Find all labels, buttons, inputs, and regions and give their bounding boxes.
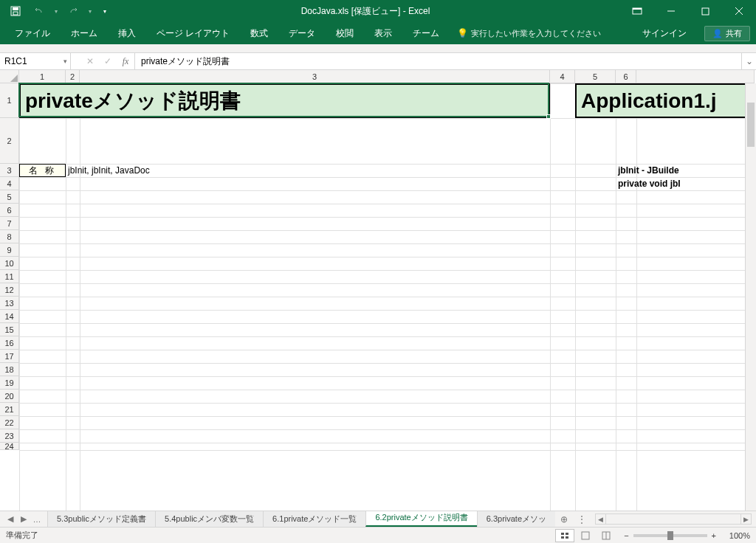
tab-data[interactable]: データ (280, 23, 324, 44)
tab-home[interactable]: ホーム (62, 23, 106, 44)
svg-rect-12 (566, 536, 568, 539)
cell[interactable]: Application1.j (575, 83, 755, 118)
zoom-level[interactable]: 100% (725, 531, 750, 540)
row-header[interactable]: 8 (0, 230, 19, 243)
minimize-button[interactable] (654, 0, 688, 22)
row-header[interactable]: 1 (0, 83, 19, 118)
row-header[interactable]: 24 (0, 443, 19, 450)
name-box[interactable]: R1C1 ▾ (0, 53, 71, 69)
column-header[interactable] (636, 70, 755, 83)
row-header[interactable]: 11 (0, 270, 19, 283)
hscroll-right[interactable]: ▶ (740, 514, 751, 524)
row-header[interactable]: 21 (0, 403, 19, 416)
tab-page-layout[interactable]: ページ レイアウト (148, 23, 238, 44)
sheet-tab[interactable]: 6.2privateメソッド説明書 (365, 511, 477, 527)
save-icon (10, 6, 21, 16)
row-header[interactable]: 20 (0, 390, 19, 403)
row-header[interactable]: 17 (0, 350, 19, 363)
tab-file[interactable]: ファイル (6, 23, 59, 44)
sheet-tab[interactable]: 5.4publicメンバ変数一覧 (155, 511, 264, 527)
page-layout-view-button[interactable] (576, 529, 595, 542)
qat-customize[interactable]: ▾ (99, 1, 111, 21)
row-header[interactable]: 23 (0, 429, 19, 443)
tab-view[interactable]: 表示 (365, 23, 401, 44)
sheet-tab-bar: ◀ ▶ … 5.3publicメソッド定義書5.4publicメンバ変数一覧6.… (0, 511, 756, 527)
row-header[interactable]: 12 (0, 283, 19, 297)
sign-in-link[interactable]: サインイン (635, 24, 694, 43)
enter-formula-button[interactable]: ✓ (99, 56, 117, 66)
formula-value: privateメソッド説明書 (141, 55, 230, 68)
row-header[interactable]: 16 (0, 336, 19, 350)
row-header[interactable]: 13 (0, 297, 19, 310)
row-header[interactable]: 15 (0, 323, 19, 336)
cell-text: privateメソッド説明書 (25, 87, 241, 115)
row-header[interactable]: 5 (0, 190, 19, 204)
zoom-out-button[interactable]: − (624, 531, 628, 540)
redo-dropdown[interactable]: ▾ (86, 1, 94, 21)
hscroll-left[interactable]: ◀ (596, 514, 606, 524)
column-header[interactable]: 1 (19, 70, 66, 83)
window-title: DocJava.xls [保護ビュー] - Excel (111, 5, 620, 18)
row-header[interactable]: 18 (0, 363, 19, 376)
page-break-icon (601, 531, 611, 540)
row-header[interactable]: 22 (0, 416, 19, 429)
share-button[interactable]: 👤 共有 (704, 26, 750, 41)
cell[interactable]: 名 称 (19, 164, 66, 177)
ribbon-display-button[interactable] (620, 0, 654, 22)
spreadsheet-grid[interactable]: 123456 123456789101112131415161718192021… (0, 70, 756, 511)
undo-dropdown[interactable]: ▾ (52, 1, 61, 21)
sheet-nav-prev[interactable]: ◀ (4, 514, 16, 524)
tab-insert[interactable]: 挿入 (109, 23, 145, 44)
cell[interactable]: jbInit, jbInit, JavaDoc (66, 164, 550, 177)
sheet-tab[interactable]: 6.1privateメソッド一覧 (263, 511, 366, 527)
column-header[interactable]: 4 (550, 70, 575, 83)
sheet-tab-overflow[interactable]: ⋮ (573, 511, 591, 527)
horizontal-scrollbar[interactable]: ◀ ▶ (595, 513, 752, 525)
cell[interactable]: jbInit - JBuilde (616, 164, 755, 177)
row-header[interactable]: 14 (0, 310, 19, 323)
select-all-corner[interactable] (0, 70, 19, 83)
formula-input[interactable]: privateメソッド説明書 (135, 53, 741, 69)
new-sheet-button[interactable]: ⊕ (555, 511, 573, 527)
cells-area[interactable]: privateメソッド説明書Application1.j名 称jbInit, j… (19, 83, 745, 511)
column-header[interactable]: 5 (575, 70, 616, 83)
column-header[interactable]: 6 (616, 70, 636, 83)
row-headers[interactable]: 123456789101112131415161718192021222324 (0, 83, 19, 450)
page-break-view-button[interactable] (597, 529, 616, 542)
formula-bar-expand[interactable]: ⌄ (741, 53, 756, 69)
row-header[interactable]: 4 (0, 177, 19, 190)
undo-button[interactable] (28, 1, 50, 21)
row-header[interactable]: 10 (0, 257, 19, 270)
insert-function-button[interactable]: fx (117, 56, 134, 67)
row-header[interactable]: 19 (0, 376, 19, 390)
tab-formulas[interactable]: 数式 (241, 23, 277, 44)
sheet-tab[interactable]: 6.3privateメソッ (477, 511, 555, 527)
cancel-formula-button[interactable]: ✕ (81, 56, 99, 66)
cell[interactable]: privateメソッド説明書 (19, 83, 550, 118)
row-header[interactable]: 6 (0, 204, 19, 217)
row-header[interactable]: 7 (0, 217, 19, 230)
sheet-tab[interactable]: 5.3publicメソッド定義書 (47, 511, 156, 527)
tell-me-search[interactable]: 💡 実行したい作業を入力してください (457, 28, 601, 39)
column-headers[interactable]: 123456 (19, 70, 755, 83)
sheet-nav-more[interactable]: … (31, 515, 43, 524)
column-header[interactable]: 2 (66, 70, 80, 83)
zoom-in-button[interactable]: + (712, 531, 716, 540)
zoom-slider[interactable] (633, 534, 707, 537)
row-header[interactable]: 3 (0, 164, 19, 177)
row-header[interactable]: 2 (0, 118, 19, 164)
maximize-button[interactable] (688, 0, 722, 22)
cell[interactable]: private void jbI (616, 177, 755, 190)
redo-button[interactable] (62, 1, 84, 21)
row-header[interactable]: 9 (0, 243, 19, 257)
sheet-nav-next[interactable]: ▶ (18, 514, 30, 524)
save-button[interactable] (4, 1, 27, 21)
tab-review[interactable]: 校閲 (327, 23, 362, 44)
tab-team[interactable]: チーム (404, 23, 448, 44)
close-button[interactable] (722, 0, 756, 22)
column-header[interactable]: 3 (80, 70, 550, 83)
zoom-slider-thumb[interactable] (667, 531, 673, 540)
vertical-scrollbar[interactable] (745, 83, 756, 511)
normal-view-button[interactable] (555, 529, 574, 542)
scrollbar-thumb[interactable] (747, 103, 755, 147)
